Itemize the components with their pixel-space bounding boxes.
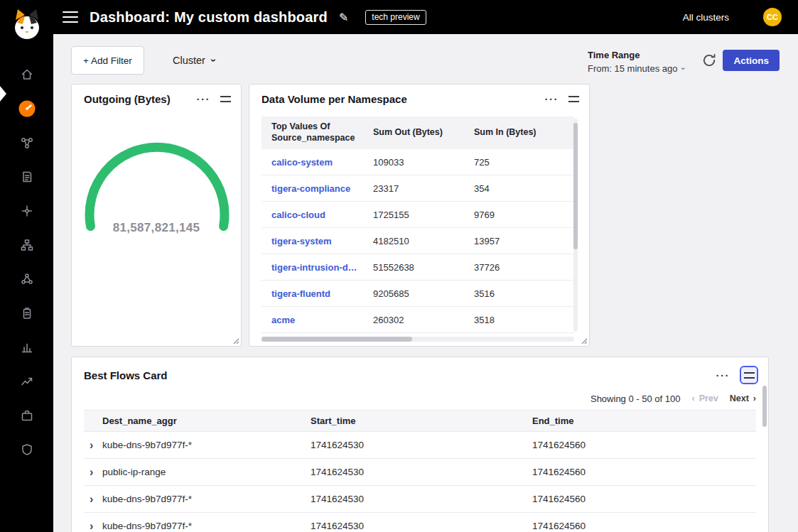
sidebar-item-policies[interactable] <box>0 160 53 194</box>
namespace-link[interactable]: tigera-fluentd <box>261 288 363 299</box>
sidebar-item-service-graph[interactable] <box>0 126 53 160</box>
table-row[interactable]: › kube-dns-9b7d977f-* 1741624530 1741624… <box>84 513 756 532</box>
table-row[interactable]: › kube-dns-9b7d977f-* 1741624530 1741624… <box>84 432 756 459</box>
sum-in-value: 3518 <box>464 315 574 325</box>
end-time-value: 1741624560 <box>532 440 756 450</box>
expand-chevron-icon[interactable]: › <box>84 439 102 452</box>
best-flows-card: Best Flows Card ··· Showing 0 - 50 of 10… <box>71 357 769 532</box>
best-flows-table: Dest_name_aggr Start_time End_time › kub… <box>84 410 756 532</box>
menu-button[interactable] <box>63 11 78 23</box>
table-row: tigera-system 4182510 13957 <box>261 228 574 254</box>
col-header: Top Values Of Source_namespace <box>261 121 363 143</box>
table-row: tigera-fluentd 9205685 3516 <box>261 281 574 307</box>
refresh-button[interactable] <box>699 51 719 71</box>
calico-logo[interactable] <box>9 7 45 47</box>
expand-chevron-icon[interactable]: › <box>84 520 102 532</box>
time-range-value[interactable]: From: 15 minutes ago › <box>588 63 684 74</box>
expand-chevron-icon[interactable]: › <box>84 493 102 506</box>
namespace-link[interactable]: tigera-system <box>261 236 363 246</box>
sidebar-item-storage[interactable] <box>0 398 53 433</box>
cluster-dropdown-label: Cluster <box>173 55 205 66</box>
namespace-link[interactable]: acme <box>261 315 363 325</box>
gauge-value: 81,587,821,145 <box>72 221 241 235</box>
reports-icon <box>20 340 34 354</box>
table-row[interactable]: › public-ip-range 1741624530 1741624560 <box>84 459 756 486</box>
table-row: acme 260302 3518 <box>261 307 574 333</box>
resize-handle[interactable] <box>232 337 239 344</box>
chevron-right-icon: › <box>753 393 756 403</box>
actions-button[interactable]: Actions <box>723 50 780 71</box>
all-clusters-selector[interactable]: All clusters <box>683 12 729 23</box>
sidebar-item-workloads[interactable] <box>0 228 53 262</box>
end-time-value: 1741624560 <box>532 521 756 531</box>
table-row: tigera-intrusion-d… 51552638 37726 <box>261 254 574 281</box>
end-time-value: 1741624560 <box>532 467 756 477</box>
card-menu-button[interactable]: ··· <box>197 93 211 105</box>
sum-in-value: 13957 <box>464 236 574 246</box>
col-header: Dest_name_aggr <box>102 416 311 426</box>
card-menu-button[interactable]: ··· <box>545 93 559 105</box>
topbar: Dashboard: My custom dashboard ✎ tech pr… <box>0 0 798 34</box>
activity-icon <box>20 374 34 389</box>
scrollbar-thumb[interactable] <box>573 123 578 249</box>
namespace-link[interactable]: tigera-intrusion-d… <box>261 262 363 273</box>
sidebar-item-clusters[interactable] <box>0 262 53 296</box>
add-filter-button[interactable]: + Add Filter <box>71 46 144 75</box>
pagination: Showing 0 - 50 of 100 ‹ Prev Next › <box>72 389 768 406</box>
avatar[interactable]: CC <box>763 8 782 26</box>
sidebar-item-threat-defense[interactable] <box>0 433 53 467</box>
table-row: tigera-compliance 23317 354 <box>261 175 574 202</box>
card-menu-button[interactable]: ··· <box>716 369 730 381</box>
sidebar-item-compliance[interactable] <box>0 296 53 330</box>
card-drag-handle-focused[interactable] <box>740 366 758 384</box>
drag-handle-icon <box>744 372 755 379</box>
dest-name-value: kube-dns-9b7d977f-* <box>102 521 311 531</box>
sidebar-item-reports[interactable] <box>0 330 53 364</box>
sum-in-value: 725 <box>464 157 574 168</box>
policies-icon <box>20 170 34 184</box>
main-content: + Add Filter Cluster › Time Range From: … <box>53 34 798 532</box>
sum-out-value: 1725155 <box>363 210 464 220</box>
cluster-dropdown[interactable]: Cluster › <box>166 46 223 75</box>
card-title: Best Flows Card <box>84 369 716 381</box>
namespace-link[interactable]: calico-cloud <box>261 210 363 220</box>
dashboards-icon <box>18 99 36 118</box>
topbar-right: All clusters CC <box>683 8 798 26</box>
sidebar-item-activity[interactable] <box>0 364 53 398</box>
prev-button[interactable]: ‹ Prev <box>691 393 718 403</box>
sidebar-item-home[interactable] <box>0 58 53 92</box>
expand-chevron-icon[interactable]: › <box>84 466 102 479</box>
sum-out-value: 109033 <box>363 157 464 168</box>
resize-handle[interactable] <box>580 337 587 344</box>
table-row: calico-system 109033 725 <box>261 149 574 175</box>
vertical-scrollbar[interactable] <box>762 383 767 531</box>
table-row[interactable]: › kube-dns-9b7d977f-* 1741624530 1741624… <box>84 486 756 513</box>
sum-out-value: 260302 <box>363 315 464 325</box>
horizontal-scrollbar[interactable] <box>261 337 574 342</box>
namespace-table: Top Values Of Source_namespace Sum Out (… <box>261 116 574 333</box>
next-button[interactable]: Next › <box>730 393 756 403</box>
home-icon <box>20 67 34 82</box>
table-header: Dest_name_aggr Start_time End_time <box>84 410 756 432</box>
page-title: Dashboard: My custom dashboard <box>90 9 328 26</box>
vertical-scrollbar[interactable] <box>573 119 578 332</box>
chevron-down-icon: › <box>208 59 220 63</box>
sidebar-item-dashboards[interactable] <box>0 92 53 126</box>
gauge-card: Outgoing (Bytes) ··· 81,587,821,145 <box>71 84 242 347</box>
col-header: Sum In (Bytes) <box>464 127 574 139</box>
sum-in-value: 37726 <box>464 262 574 273</box>
start-time-value: 1741624530 <box>311 440 532 450</box>
workloads-icon <box>20 238 34 252</box>
edit-title-icon[interactable]: ✎ <box>339 11 348 24</box>
namespace-link[interactable]: tigera-compliance <box>261 183 363 194</box>
card-drag-handle-icon[interactable] <box>220 96 231 102</box>
namespace-link[interactable]: calico-system <box>261 157 363 168</box>
card-drag-handle-icon[interactable] <box>568 96 579 102</box>
sum-out-value: 51552638 <box>363 262 464 273</box>
table-row: calico-cloud 1725155 9769 <box>261 202 574 228</box>
scrollbar-thumb[interactable] <box>261 337 412 342</box>
scrollbar-thumb[interactable] <box>762 386 767 427</box>
sum-in-value: 9769 <box>464 210 574 220</box>
sidebar-item-network-sets[interactable] <box>0 194 53 228</box>
sidebar <box>0 0 53 532</box>
